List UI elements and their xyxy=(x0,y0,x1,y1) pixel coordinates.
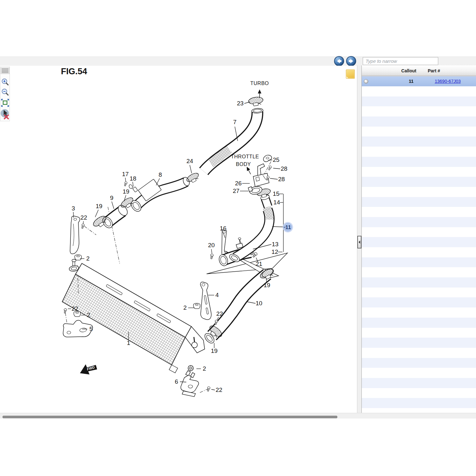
diagram-callout-9[interactable]: 9 xyxy=(110,195,114,201)
fit-to-view-button[interactable] xyxy=(0,99,10,107)
part-bolt-22b[interactable] xyxy=(63,308,67,314)
diagram-callout-23[interactable]: 23 xyxy=(237,100,243,107)
part-pipe-7[interactable] xyxy=(204,108,263,171)
table-row-empty xyxy=(362,197,476,207)
grip-icon xyxy=(1,68,10,74)
diagram-callout-19[interactable]: 19 xyxy=(211,347,217,354)
part-mount-2c[interactable] xyxy=(193,303,200,309)
table-row-empty xyxy=(362,388,476,398)
part-bolt-17[interactable] xyxy=(124,182,128,187)
diagram-callout-24[interactable]: 24 xyxy=(186,158,193,164)
table-row-selected[interactable]: 11 13690-67J03 xyxy=(362,76,476,86)
diagram-callout-1[interactable]: 1 xyxy=(127,340,130,346)
diagram-annotation-body: BODY xyxy=(236,162,251,167)
part-nut-2d[interactable] xyxy=(188,366,194,371)
table-row-empty xyxy=(362,217,476,227)
diagram-callout-28[interactable]: 28 xyxy=(281,165,287,172)
panel-splitter[interactable] xyxy=(357,65,362,413)
part-mount-2a[interactable] xyxy=(75,255,81,260)
horizontal-scrollbar-thumb[interactable] xyxy=(3,416,337,418)
horizontal-scrollbar-track[interactable] xyxy=(0,413,476,419)
pointer-remove-icon xyxy=(0,108,10,120)
diagram-callout-13[interactable]: 13 xyxy=(272,241,278,248)
diagram-callout-22[interactable]: 22 xyxy=(215,387,222,393)
diagram-callout-21[interactable]: 21 xyxy=(255,261,262,267)
zoom-in-icon xyxy=(1,78,9,86)
part-pipe-8[interactable] xyxy=(129,176,190,213)
search-input[interactable] xyxy=(363,57,438,65)
part-pipe-11[interactable] xyxy=(228,207,270,263)
highlighted-callout-11[interactable]: 11 xyxy=(283,222,293,233)
diagram-callout-2[interactable]: 2 xyxy=(203,365,206,372)
table-row-empty xyxy=(362,227,476,237)
diagram-callout-3[interactable]: 3 xyxy=(72,205,75,212)
panel-collapse-handle[interactable] xyxy=(357,236,361,248)
table-header[interactable]: Callout Part # xyxy=(362,65,476,76)
part-bracket-6[interactable] xyxy=(181,371,199,397)
parts-diagram: FWD 237248171819919322222251242219101926… xyxy=(0,56,357,419)
column-header-callout[interactable]: Callout xyxy=(362,68,425,73)
zoom-in-button[interactable] xyxy=(0,78,10,86)
part-bolt-22a[interactable] xyxy=(81,224,85,229)
diagram-callout-12[interactable]: 12 xyxy=(271,248,278,255)
diagram-callout-26[interactable]: 26 xyxy=(235,180,241,187)
diagram-callout-2[interactable]: 2 xyxy=(87,312,90,318)
table-row-empty xyxy=(362,96,476,107)
table-row-empty xyxy=(362,167,476,177)
highlighted-callout-text: 11 xyxy=(285,224,291,230)
table-row-empty xyxy=(362,378,476,388)
diagram-viewport[interactable]: FWD 237248171819919322222251242219101926… xyxy=(0,66,357,413)
figure-title: FIG.54 xyxy=(61,67,87,76)
table-row-empty xyxy=(362,328,476,338)
diagram-callout-19[interactable]: 19 xyxy=(122,188,129,195)
diagram-callout-7[interactable]: 7 xyxy=(233,119,237,125)
table-row-empty xyxy=(362,247,476,257)
part-bracket-5[interactable] xyxy=(63,320,93,337)
fwd-arrow: FWD xyxy=(80,364,97,374)
diagram-callout-22[interactable]: 22 xyxy=(216,310,223,317)
table-row-empty xyxy=(362,237,476,247)
table-row-empty xyxy=(362,318,476,328)
part-clamp-23[interactable] xyxy=(248,96,264,107)
note-icon[interactable] xyxy=(346,69,355,79)
part-bracket-4[interactable] xyxy=(200,282,211,320)
diagram-callout-2[interactable]: 2 xyxy=(86,255,90,262)
diagram-callout-4[interactable]: 4 xyxy=(215,292,219,298)
diagram-callout-10[interactable]: 10 xyxy=(255,300,262,307)
diagram-callout-8[interactable]: 8 xyxy=(159,171,162,178)
table-row-empty xyxy=(362,398,476,408)
diagram-callout-22[interactable]: 22 xyxy=(71,305,78,312)
diagram-callout-17[interactable]: 17 xyxy=(122,171,129,177)
diagram-callout-25[interactable]: 25 xyxy=(273,156,279,163)
diagram-callout-15[interactable]: 15 xyxy=(273,190,279,197)
expand-plus-icon[interactable] xyxy=(364,79,368,84)
diagram-callout-2[interactable]: 2 xyxy=(183,304,187,311)
parts-list-panel: Callout Part # 11 13690-67J03 xyxy=(362,65,476,413)
diagram-callout-6[interactable]: 6 xyxy=(175,378,178,385)
diagram-callout-20[interactable]: 20 xyxy=(208,242,215,248)
diagram-callout-27[interactable]: 27 xyxy=(233,188,239,194)
diagram-callout-19[interactable]: 19 xyxy=(263,282,270,288)
diagram-callout-19[interactable]: 19 xyxy=(96,203,102,209)
table-row-empty xyxy=(362,106,476,116)
diagram-callout-28[interactable]: 28 xyxy=(278,176,285,182)
table-row-empty xyxy=(362,187,476,197)
part-bolt-22d[interactable] xyxy=(207,387,210,392)
part-intercooler[interactable] xyxy=(62,259,205,373)
part-number-link[interactable]: 13690-67J03 xyxy=(435,79,461,84)
column-header-part[interactable]: Part # xyxy=(425,68,440,73)
diagram-callout-18[interactable]: 18 xyxy=(129,175,136,182)
diagram-callout-14[interactable]: 14 xyxy=(273,199,280,206)
zoom-out-button[interactable] xyxy=(0,88,10,96)
part-bolt-20[interactable] xyxy=(210,254,214,259)
diagram-callout-5[interactable]: 5 xyxy=(89,326,93,332)
part-mount-2b[interactable] xyxy=(74,311,80,317)
throttle-arrow xyxy=(247,168,251,174)
toolbar-grip[interactable] xyxy=(0,68,10,74)
diagram-callout-16[interactable]: 16 xyxy=(220,225,226,232)
part-bracket-3[interactable] xyxy=(70,216,80,254)
diagram-callout-22[interactable]: 22 xyxy=(80,214,87,221)
part-pipe-10[interactable] xyxy=(203,267,276,345)
deselect-pointer-button[interactable] xyxy=(0,108,10,120)
table-row-empty xyxy=(362,157,476,167)
